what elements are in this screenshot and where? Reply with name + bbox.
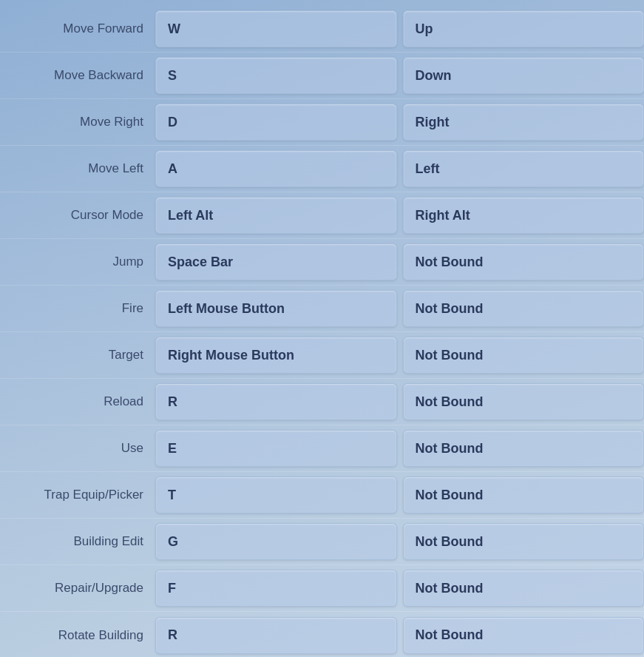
primary-key-binding[interactable]: Left Alt	[155, 197, 397, 234]
secondary-key-binding[interactable]: Not Bound	[403, 523, 645, 560]
primary-key-binding[interactable]: R	[155, 617, 397, 654]
action-label: Move Right	[0, 115, 155, 129]
primary-key-binding[interactable]: F	[155, 570, 397, 607]
action-label: Cursor Mode	[0, 208, 155, 223]
secondary-key-binding[interactable]: Not Bound	[403, 476, 645, 513]
secondary-key-binding[interactable]: Not Bound	[403, 430, 645, 467]
secondary-key-binding[interactable]: Up	[403, 10, 645, 47]
primary-key-binding[interactable]: T	[155, 476, 397, 513]
keybinding-row: ReloadRNot Bound	[0, 379, 644, 425]
primary-key-binding[interactable]: Left Mouse Button	[155, 290, 397, 327]
primary-key-binding[interactable]: G	[155, 523, 397, 560]
action-label: Rotate Building	[0, 628, 155, 643]
action-label: Repair/Upgrade	[0, 581, 155, 596]
primary-key-binding[interactable]: A	[155, 150, 397, 187]
keybinding-row: UseENot Bound	[0, 425, 644, 472]
primary-key-binding[interactable]: D	[155, 104, 397, 141]
secondary-key-binding[interactable]: Down	[403, 57, 645, 94]
action-label: Use	[0, 441, 155, 456]
secondary-key-binding[interactable]: Right Alt	[403, 197, 645, 234]
action-label: Trap Equip/Picker	[0, 488, 155, 502]
keybinding-row: Move LeftALeft	[0, 146, 644, 192]
action-label: Move Backward	[0, 68, 155, 83]
secondary-key-binding[interactable]: Left	[403, 150, 645, 187]
secondary-key-binding[interactable]: Not Bound	[403, 337, 645, 374]
action-label: Target	[0, 348, 155, 363]
action-label: Move Left	[0, 161, 155, 176]
primary-key-binding[interactable]: E	[155, 430, 397, 467]
secondary-key-binding[interactable]: Not Bound	[403, 383, 645, 420]
action-label: Reload	[0, 394, 155, 409]
keybinding-row: JumpSpace BarNot Bound	[0, 239, 644, 286]
action-label: Jump	[0, 255, 155, 269]
primary-key-binding[interactable]: Space Bar	[155, 243, 397, 280]
secondary-key-binding[interactable]: Not Bound	[403, 243, 645, 280]
primary-key-binding[interactable]: Right Mouse Button	[155, 337, 397, 374]
primary-key-binding[interactable]: W	[155, 10, 397, 47]
action-label: Building Edit	[0, 534, 155, 549]
keybinding-row: Move ForwardWUp	[0, 6, 644, 53]
keybinding-row: Trap Equip/PickerTNot Bound	[0, 472, 644, 519]
primary-key-binding[interactable]: S	[155, 57, 397, 94]
secondary-key-binding[interactable]: Not Bound	[403, 290, 645, 327]
keybinding-row: Building EditGNot Bound	[0, 519, 644, 565]
keybinding-row: Rotate BuildingRNot Bound	[0, 612, 644, 657]
keybinding-row: Move RightDRight	[0, 99, 644, 146]
keybinding-row: Cursor ModeLeft AltRight Alt	[0, 192, 644, 239]
secondary-key-binding[interactable]: Right	[403, 104, 645, 141]
keybinding-table: Move ForwardWUpMove BackwardSDownMove Ri…	[0, 0, 644, 657]
secondary-key-binding[interactable]: Not Bound	[403, 570, 645, 607]
keybinding-row: Move BackwardSDown	[0, 53, 644, 99]
keybinding-row: Repair/UpgradeFNot Bound	[0, 565, 644, 612]
secondary-key-binding[interactable]: Not Bound	[403, 617, 645, 654]
action-label: Fire	[0, 301, 155, 316]
keybinding-row: TargetRight Mouse ButtonNot Bound	[0, 332, 644, 379]
keybinding-row: FireLeft Mouse ButtonNot Bound	[0, 286, 644, 332]
primary-key-binding[interactable]: R	[155, 383, 397, 420]
action-label: Move Forward	[0, 21, 155, 36]
